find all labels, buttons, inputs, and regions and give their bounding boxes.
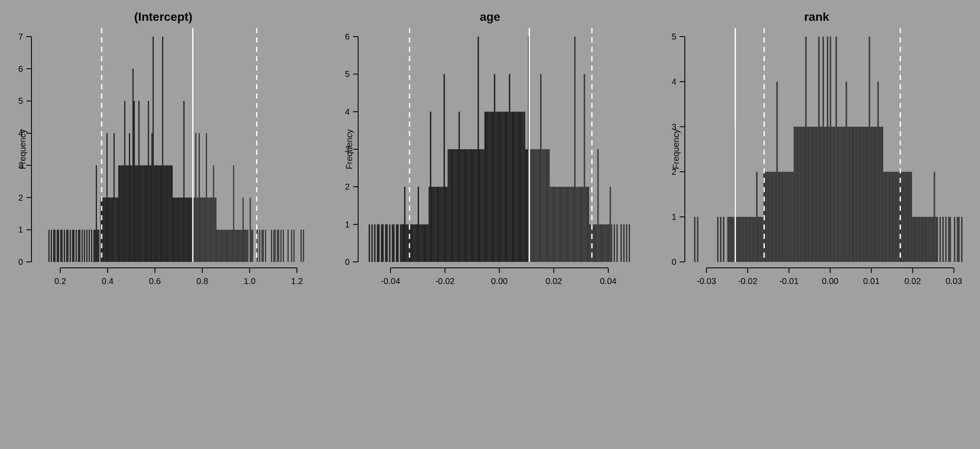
histogram-bar: [245, 230, 246, 262]
histogram-bar: [494, 74, 495, 262]
histogram-bar: [183, 101, 185, 262]
histogram-bar: [104, 198, 105, 262]
histogram-bar: [301, 230, 302, 262]
histogram-bar: [54, 230, 56, 262]
histogram-bar: [940, 217, 941, 262]
histogram-bar: [88, 230, 90, 262]
histogram-bar: [165, 165, 166, 262]
histogram-bar: [717, 217, 718, 262]
histogram-bar: [238, 230, 239, 262]
histogram-bar: [926, 217, 928, 262]
histogram-bar: [611, 224, 612, 262]
histogram-bar: [558, 187, 559, 262]
histogram-bar: [233, 165, 234, 262]
histogram-bar: [262, 230, 264, 262]
histogram-bar: [288, 230, 289, 262]
histogram-bar: [436, 187, 437, 262]
histogram-bar: [786, 172, 788, 262]
histogram-bar: [621, 224, 622, 262]
histogram-bar: [805, 37, 806, 262]
histogram-bar: [464, 149, 465, 262]
histogram-bar: [756, 172, 758, 262]
histogram-bar: [791, 172, 792, 262]
histogram-bar: [885, 172, 886, 262]
x-tick-label: 0.01: [863, 276, 880, 286]
histogram-bar: [143, 165, 144, 262]
histogram-bar: [94, 230, 95, 262]
histogram-bar: [961, 217, 963, 262]
x-tick-label: 0.02: [546, 276, 562, 286]
y-axis: [353, 37, 358, 262]
histogram-bar: [224, 230, 225, 262]
histogram-bar: [606, 224, 607, 262]
histogram-bar: [456, 149, 457, 262]
histogram-bar: [923, 217, 925, 262]
histogram-bar: [115, 198, 116, 262]
histogram-bar: [577, 187, 578, 262]
histogram-bar: [808, 127, 809, 262]
histogram-bar: [629, 224, 630, 262]
histogram-bar: [217, 230, 218, 262]
histogram-bar: [186, 198, 187, 262]
histogram-bar: [136, 165, 137, 262]
histogram-bar: [544, 149, 546, 262]
histogram-bar: [580, 187, 581, 262]
histogram-bar: [919, 217, 920, 262]
histogram-bar: [420, 224, 422, 262]
histogram-bar: [228, 230, 230, 262]
histogram-bar: [833, 127, 834, 262]
histogram-bar: [142, 165, 143, 262]
histogram-bar: [797, 127, 798, 262]
histogram-bar: [98, 230, 100, 262]
histogram-bar: [461, 149, 462, 262]
x-tick-label: 0.8: [197, 276, 208, 286]
histogram-bar: [140, 165, 141, 262]
histogram-bar: [209, 198, 211, 262]
histogram-bar: [124, 101, 125, 262]
histogram-bar: [788, 172, 789, 262]
histogram-bar: [213, 165, 214, 262]
histogram-bar: [775, 172, 776, 262]
histogram-bar: [188, 198, 189, 262]
histogram-bar: [478, 37, 479, 262]
histogram-bar: [514, 112, 516, 262]
histogram-bar: [48, 230, 50, 262]
histogram-bar: [175, 198, 177, 262]
histogram-bar: [189, 198, 191, 262]
histogram-bar: [419, 224, 420, 262]
histogram-bar: [543, 149, 544, 262]
histogram-bar: [211, 198, 212, 262]
y-tick-label: 2: [345, 182, 350, 191]
histogram-bar: [60, 230, 62, 262]
histogram-bar: [585, 187, 587, 262]
x-tick-label: 0.2: [54, 276, 66, 286]
histogram-bar: [239, 230, 240, 262]
histogram-bar: [614, 224, 615, 262]
histogram-bar: [241, 230, 242, 262]
histogram-bar: [779, 172, 781, 262]
histogram-bar: [559, 187, 561, 262]
histogram-bar: [781, 172, 782, 262]
histogram-bar: [826, 127, 827, 262]
histogram-bar: [507, 112, 509, 262]
histogram-bar: [103, 198, 104, 262]
histogram-bar: [91, 230, 92, 262]
histogram-bar: [744, 217, 746, 262]
histogram-bar: [875, 127, 876, 262]
histogram-bar: [82, 230, 83, 262]
histogram-bar: [182, 198, 183, 262]
histogram-bar: [516, 112, 517, 262]
histogram-bar: [789, 172, 791, 262]
histogram-bar: [866, 127, 867, 262]
histogram-bar: [470, 149, 471, 262]
histogram-bar: [187, 198, 188, 262]
histogram-bar: [407, 224, 408, 262]
histogram-bar: [242, 198, 244, 262]
histogram-bar: [200, 198, 201, 262]
histogram-bar: [444, 74, 445, 262]
histogram-bar: [493, 112, 494, 262]
histogram-bar: [548, 149, 550, 262]
y-tick-label: 7: [18, 32, 23, 41]
histogram-bar: [610, 187, 611, 262]
histogram-bar: [533, 149, 535, 262]
